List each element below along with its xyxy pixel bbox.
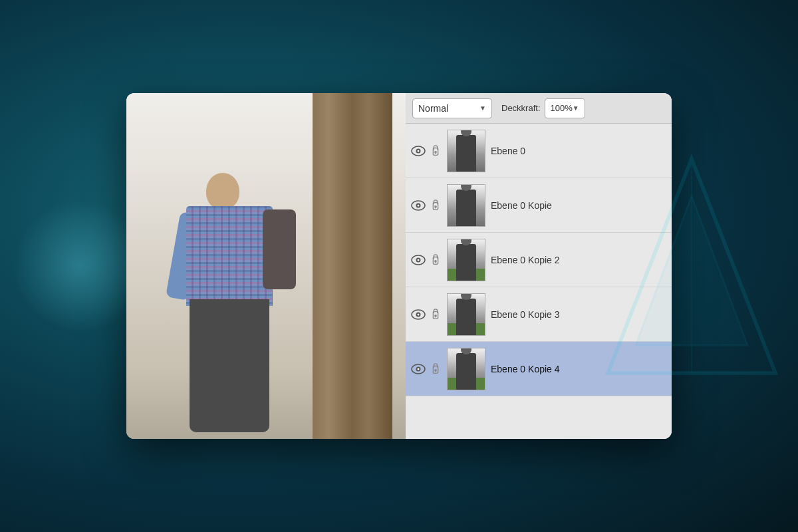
layer-link-icon[interactable]: [431, 308, 442, 321]
layers-toolbar: Normal ▼ Deckkraft: 100% ▼: [406, 93, 672, 124]
layers-list[interactable]: Ebene 0 Ebene 0 Kopie Ebene 0 Kopie 2 Eb…: [406, 124, 672, 439]
opacity-label: Deckkraft:: [501, 103, 541, 113]
thumbnail-person: [456, 244, 476, 281]
blend-mode-arrow: ▼: [479, 104, 486, 112]
layer-visibility-eye-icon[interactable]: [411, 255, 426, 265]
person-backpack: [263, 209, 296, 289]
person-head: [206, 173, 239, 209]
layer-thumbnail: [447, 239, 485, 281]
layer-item[interactable]: Ebene 0: [406, 124, 672, 178]
photo-panel: [126, 93, 406, 439]
person-pants: [190, 299, 269, 432]
opacity-arrow: ▼: [573, 104, 579, 112]
layer-thumbnail: [447, 130, 485, 172]
svg-point-5: [418, 150, 420, 152]
layer-name-label: Ebene 0: [491, 146, 666, 156]
layer-visibility-eye-icon[interactable]: [411, 309, 426, 320]
layer-item[interactable]: Ebene 0 Kopie 4: [406, 342, 672, 396]
layer-item[interactable]: Ebene 0 Kopie 2: [406, 233, 672, 287]
layer-link-icon[interactable]: [431, 199, 442, 212]
opacity-input[interactable]: 100% ▼: [545, 98, 585, 118]
layer-link-icon[interactable]: [431, 144, 442, 158]
thumbnail-background: [448, 294, 485, 335]
wooden-wall-element: [313, 93, 392, 439]
svg-point-17: [418, 259, 420, 261]
layer-link-icon[interactable]: [431, 362, 442, 376]
layers-panel: Normal ▼ Deckkraft: 100% ▼ Ebene 0: [406, 93, 672, 439]
main-ui-container: Normal ▼ Deckkraft: 100% ▼ Ebene 0: [126, 93, 672, 439]
layer-thumbnail: [447, 348, 485, 390]
opacity-value-text: 100%: [551, 103, 573, 113]
svg-point-23: [418, 313, 420, 315]
thumbnail-background: [448, 185, 485, 226]
person-shirt: [186, 206, 273, 306]
thumbnail-background: [448, 348, 485, 390]
blend-mode-dropdown[interactable]: Normal ▼: [412, 98, 492, 118]
opacity-group: Deckkraft: 100% ▼: [501, 98, 585, 118]
thumbnail-person: [456, 190, 476, 226]
thumbnail-person: [456, 353, 476, 390]
thumbnail-background: [448, 130, 485, 172]
layer-visibility-eye-icon[interactable]: [411, 146, 426, 156]
layer-thumbnail: [447, 293, 485, 336]
layer-name-label: Ebene 0 Kopie 2: [491, 255, 666, 265]
blend-mode-value: Normal: [418, 103, 479, 114]
thumbnail-background: [448, 239, 485, 281]
layer-item[interactable]: Ebene 0 Kopie: [406, 178, 672, 233]
layer-visibility-eye-icon[interactable]: [411, 200, 426, 211]
layer-name-label: Ebene 0 Kopie 4: [491, 364, 666, 374]
person-figure: [166, 153, 299, 439]
layer-link-icon[interactable]: [431, 253, 442, 267]
thumbnail-person: [456, 135, 476, 172]
layer-thumbnail: [447, 184, 485, 227]
layer-name-label: Ebene 0 Kopie 3: [491, 309, 666, 320]
layer-visibility-eye-icon[interactable]: [411, 364, 426, 374]
svg-point-29: [418, 368, 420, 370]
layer-item[interactable]: Ebene 0 Kopie 3: [406, 287, 672, 342]
svg-point-11: [418, 204, 420, 206]
photo-content: [126, 93, 406, 439]
thumbnail-person: [456, 299, 476, 335]
layer-name-label: Ebene 0 Kopie: [491, 200, 666, 211]
